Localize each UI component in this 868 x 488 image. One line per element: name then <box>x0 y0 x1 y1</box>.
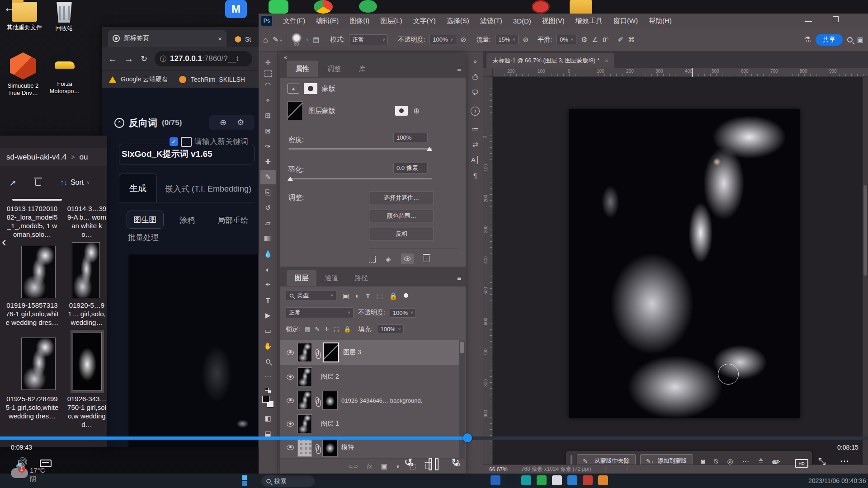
clone-stamp-tool[interactable]: ⎘ <box>260 185 276 200</box>
brush-preview[interactable]: 80 <box>292 33 302 47</box>
blur-tool[interactable]: 💧 <box>260 247 276 261</box>
visibility-eye-icon[interactable] <box>287 398 294 403</box>
home-icon[interactable]: ⌂ <box>263 36 268 44</box>
toolbar-more-icon[interactable]: ⋯ <box>260 370 276 384</box>
file-item[interactable]: 01919-1585731376-1 girl,solo,white weddi… <box>5 301 59 327</box>
layer-name[interactable]: 模特 <box>341 443 354 451</box>
disable-mask-icon[interactable]: ⍉ <box>714 458 718 465</box>
zoom-tool[interactable] <box>260 354 276 369</box>
video-progress-track[interactable] <box>0 436 868 440</box>
density-value[interactable]: 100% <box>393 133 428 142</box>
swatch-default-icon[interactable] <box>265 388 271 393</box>
lock-pixels-icon[interactable]: ✎ <box>315 326 320 332</box>
expand-panels-icon[interactable]: » <box>468 54 482 69</box>
layer-row[interactable]: 01926-3434646… background, <box>280 389 459 412</box>
player-more-icon[interactable]: ⋯ <box>840 455 850 466</box>
blend-mode-select[interactable]: 正常˅ <box>286 307 354 318</box>
lock-all-icon[interactable]: 🔒 <box>344 326 351 332</box>
tab-paths[interactable]: 路径 <box>346 270 376 286</box>
tab-close-icon[interactable]: × <box>605 57 609 64</box>
healing-brush-tool[interactable]: ✚ <box>260 155 276 169</box>
pressure-opacity-icon[interactable]: ⊘ <box>461 36 467 43</box>
layer-name[interactable]: 图层 3 <box>343 348 361 357</box>
menu-type[interactable]: 文字(Y) <box>408 17 441 25</box>
panel-menu-icon[interactable]: ≡ <box>457 66 461 72</box>
move-tool[interactable]: ✛ <box>260 55 276 70</box>
taskbar-app-icons[interactable] <box>491 475 608 485</box>
pixel-layer-icon[interactable]: ▲ <box>288 84 299 94</box>
subtab-img2img[interactable]: 图生图 <box>127 211 164 229</box>
info-panel-icon[interactable]: i <box>471 107 480 116</box>
adjustment-layer-icon[interactable]: ◐ <box>396 463 401 469</box>
foreground-background-swatches[interactable] <box>262 396 274 408</box>
subtab-sketch[interactable]: 涂鸦 <box>179 215 195 225</box>
menu-filter[interactable]: 滤镜(T) <box>475 17 508 25</box>
menu-window[interactable]: 窗口(W) <box>608 17 643 25</box>
apply-mask-icon[interactable]: ◈ <box>386 256 391 263</box>
lasso-tool[interactable]: ◠ <box>260 78 276 92</box>
canvas-document[interactable] <box>569 109 800 418</box>
layer-thumbnail[interactable] <box>297 367 312 386</box>
shrink-window-icon[interactable]: ⤡ <box>818 456 826 467</box>
file-item[interactable]: 01926-343…750-1 girl,solo,w wedding d… <box>67 394 107 430</box>
video-progress-handle[interactable] <box>463 433 472 442</box>
layer-mask-thumbnail[interactable] <box>322 342 340 363</box>
layer-mask-thumbnail[interactable] <box>322 391 338 410</box>
airbrush-icon[interactable]: ⊘ <box>523 36 529 43</box>
feather-value[interactable]: 0.0 像素 <box>393 163 428 174</box>
share-icon[interactable]: ↗ <box>9 178 16 187</box>
clone-source-panel-icon[interactable]: ⎙ <box>468 70 482 84</box>
mode-select[interactable]: 正常˅ <box>349 34 388 45</box>
reload-icon[interactable]: ↻ <box>141 55 147 63</box>
angle-value[interactable]: 0° <box>603 36 609 43</box>
visibility-eye-icon[interactable] <box>287 445 294 450</box>
layer-row[interactable]: 图层 1 <box>280 412 459 436</box>
menu-edit[interactable]: 编辑(E) <box>311 17 344 25</box>
visibility-eye-icon[interactable] <box>287 422 294 427</box>
smoothing-gear-icon[interactable]: ⚙ <box>581 36 587 43</box>
layer-thumbnail[interactable] <box>297 414 312 433</box>
load-selection-icon[interactable] <box>369 256 376 263</box>
app-icon-red-circle[interactable] <box>532 0 550 14</box>
density-slider[interactable] <box>288 148 432 150</box>
gear-icon[interactable]: ⚙ <box>237 118 244 127</box>
invert-button[interactable]: 反相 <box>369 228 434 240</box>
history-brush-tool[interactable]: ↺ <box>260 201 276 215</box>
type-tool[interactable]: T <box>260 293 276 307</box>
breadcrumb-leaf[interactable]: ou <box>79 153 88 162</box>
layer-row[interactable]: 图层 2 <box>280 365 459 389</box>
menu-file[interactable]: 文件(F) <box>278 17 311 25</box>
canvas-vscrollbar[interactable] <box>863 77 868 465</box>
workspace-icon[interactable]: ▣ <box>857 36 863 43</box>
flow-select[interactable]: 15%˅ <box>495 35 518 44</box>
file-item[interactable]: 01913-1170201082-_lora_model5_1_,model5,… <box>5 204 59 239</box>
filter-toggle-icon[interactable] <box>404 293 408 298</box>
frame-tool[interactable]: ⊠ <box>260 124 276 138</box>
pen-tool[interactable]: ✒ <box>260 277 276 292</box>
image-dropzone[interactable] <box>128 254 259 447</box>
layers-opacity-select[interactable]: 100%˅ <box>390 308 416 318</box>
globe-icon[interactable]: ⊕ <box>220 118 226 127</box>
character-panel-icon[interactable]: A⎮ <box>468 153 482 167</box>
filter-adjustment-icon[interactable]: ◐ <box>355 292 359 299</box>
brush-settings-panel-icon[interactable]: ▤ <box>313 36 319 43</box>
visibility-eye-icon[interactable] <box>287 350 294 355</box>
filter-smart-icon[interactable]: 🔒 <box>389 292 398 299</box>
subtab-batch[interactable]: 批量处理 <box>128 232 159 243</box>
link-layers-icon[interactable]: ⊂⊃ <box>348 463 358 469</box>
menu-view[interactable]: 视图(V) <box>537 17 570 25</box>
layer-thumbnail[interactable] <box>297 343 312 362</box>
select-and-mask-button[interactable]: 选择并遮住… <box>369 192 434 204</box>
player-back-icon[interactable]: ← <box>4 1 15 15</box>
file-thumbnail[interactable] <box>72 242 100 298</box>
feather-slider[interactable] <box>288 178 432 179</box>
layers-scrollbar[interactable] <box>459 341 465 473</box>
sort-control[interactable]: ↑↓ Sort ˅ <box>60 178 90 187</box>
layer-style-fx-icon[interactable]: fx <box>367 463 372 470</box>
skip-back-10-button[interactable]: ↻ 10 <box>404 457 418 471</box>
browser-tab-newtab[interactable]: 新标签页 × <box>108 30 226 47</box>
lock-position-icon[interactable]: ✛ <box>324 326 329 332</box>
swap-panel-icon[interactable]: ⇄ <box>468 137 482 152</box>
tool-preset-brush-icon[interactable]: ✎ ˅ <box>273 36 282 43</box>
pause-button[interactable] <box>427 458 440 470</box>
